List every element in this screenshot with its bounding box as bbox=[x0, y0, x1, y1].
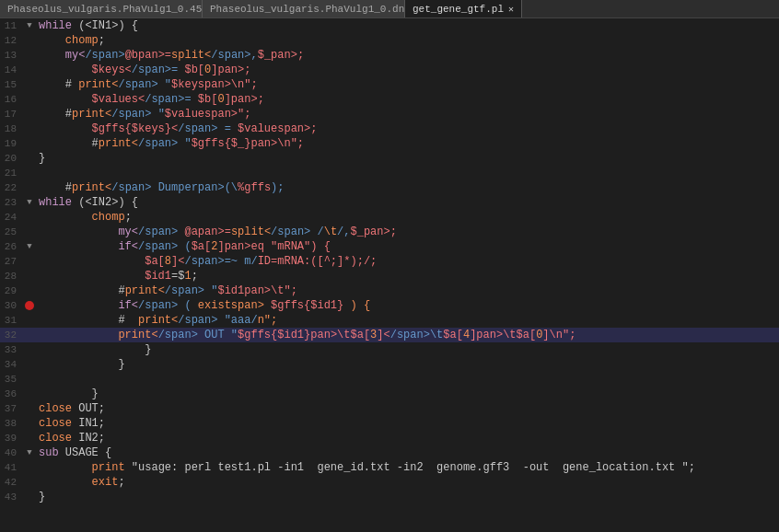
line-number: 13 bbox=[0, 48, 22, 63]
code-text: exit; bbox=[37, 475, 779, 490]
code-text: while (<IN2>) { bbox=[37, 195, 779, 210]
gutter-icon bbox=[22, 387, 37, 401]
code-text: } bbox=[37, 342, 779, 357]
gutter-icon[interactable]: ▼ bbox=[22, 18, 37, 33]
gutter-icon bbox=[22, 166, 37, 180]
table-row: 42 exit; bbox=[0, 475, 779, 490]
line-number: 37 bbox=[0, 401, 22, 416]
table-row: 32 print</span> OUT "$gffs{$id1}pan>\t$a… bbox=[0, 328, 779, 342]
code-text bbox=[37, 166, 779, 180]
code-text: $values</span>= $b[0]pan>; bbox=[37, 92, 779, 107]
table-row: 21 bbox=[0, 166, 779, 180]
tab-2[interactable]: Phaseolus_vulgaris.PhaVulg1_0.dna_toplev… bbox=[203, 0, 405, 17]
table-row: 39 close IN2; bbox=[0, 431, 779, 445]
fold-arrow-icon[interactable]: ▼ bbox=[27, 195, 31, 210]
line-number: 33 bbox=[0, 342, 22, 357]
table-row: 24 chomp; bbox=[0, 210, 779, 225]
code-text: } bbox=[37, 387, 779, 401]
gutter-icon bbox=[22, 254, 37, 269]
gutter-icon[interactable]: ▼ bbox=[22, 239, 37, 254]
code-text: #print</span> Dumperpan>(\%gffs); bbox=[37, 180, 779, 195]
gutter-icon bbox=[22, 92, 37, 107]
code-text: $a[8]</span>=~ m/ID=mRNA:([^;]*);/; bbox=[37, 254, 779, 269]
table-row: 35 bbox=[0, 372, 779, 387]
table-row: 26▼ if</span> ($a[2]pan>eq "mRNA") { bbox=[0, 239, 779, 254]
tab-2-label: Phaseolus_vulgaris.PhaVulg1_0.dna_toplev… bbox=[210, 4, 405, 15]
gutter-icon bbox=[22, 431, 37, 445]
code-scroll-area[interactable]: 11▼while (<IN1>) {12 chomp;13 my</span>@… bbox=[0, 18, 779, 532]
gutter-icon bbox=[22, 342, 37, 357]
table-row: 25 my</span> @apan>=split</span> /\t/,$_… bbox=[0, 225, 779, 239]
code-text: } bbox=[37, 357, 779, 372]
line-number: 14 bbox=[0, 63, 22, 77]
line-number: 11 bbox=[0, 18, 22, 33]
line-number: 26 bbox=[0, 239, 22, 254]
gutter-icon bbox=[22, 460, 37, 475]
gutter-icon bbox=[22, 416, 37, 431]
line-number: 39 bbox=[0, 431, 22, 445]
breakpoint-icon[interactable] bbox=[25, 301, 34, 310]
gutter-icon bbox=[22, 372, 37, 387]
gutter-icon bbox=[22, 357, 37, 372]
code-text: chomp; bbox=[37, 33, 779, 48]
line-number: 24 bbox=[0, 210, 22, 225]
line-number: 40 bbox=[0, 445, 22, 460]
gutter-icon bbox=[22, 283, 37, 298]
table-row: 29 #print</span> "$id1pan>\t"; bbox=[0, 283, 779, 298]
code-text: chomp; bbox=[37, 210, 779, 225]
code-text: my</span> @apan>=split</span> /\t/,$_pan… bbox=[37, 225, 779, 239]
line-number: 19 bbox=[0, 136, 22, 151]
line-number: 22 bbox=[0, 180, 22, 195]
table-row: 34 } bbox=[0, 357, 779, 372]
code-text: #print</span> "$id1pan>\t"; bbox=[37, 283, 779, 298]
gutter-icon bbox=[22, 475, 37, 490]
line-number: 12 bbox=[0, 33, 22, 48]
tab-3-close[interactable]: ✕ bbox=[508, 4, 514, 15]
table-row: 15 # print</span> "$keyspan>\n"; bbox=[0, 77, 779, 92]
gutter-icon bbox=[22, 490, 37, 504]
line-number: 16 bbox=[0, 92, 22, 107]
line-number: 23 bbox=[0, 195, 22, 210]
table-row: 22 #print</span> Dumperpan>(\%gffs); bbox=[0, 180, 779, 195]
code-text: sub USAGE { bbox=[37, 445, 779, 460]
table-row: 36 } bbox=[0, 387, 779, 401]
tab-1[interactable]: Phaseolus_vulgaris.PhaVulg1_0.45.gtf3d. … bbox=[0, 0, 203, 17]
tab-bar: Phaseolus_vulgaris.PhaVulg1_0.45.gtf3d. … bbox=[0, 0, 779, 18]
gutter-icon bbox=[22, 313, 37, 328]
table-row: 19 #print</span> "$gffs{$_}pan>\n"; bbox=[0, 136, 779, 151]
tab-3[interactable]: get_gene_gtf.pl ✕ bbox=[405, 0, 522, 17]
fold-arrow-icon[interactable]: ▼ bbox=[27, 445, 31, 460]
gutter-icon bbox=[22, 33, 37, 48]
table-row: 31 # print</span> "aaa/n"; bbox=[0, 313, 779, 328]
tab-1-label: Phaseolus_vulgaris.PhaVulg1_0.45.gtf3d. bbox=[7, 4, 203, 15]
line-number: 21 bbox=[0, 166, 22, 180]
line-number: 36 bbox=[0, 387, 22, 401]
table-row: 20 } bbox=[0, 151, 779, 166]
gutter-icon bbox=[22, 121, 37, 136]
gutter-icon[interactable] bbox=[22, 298, 37, 313]
code-text: #print</span> "$gffs{$_}pan>\n"; bbox=[37, 136, 779, 151]
gutter-icon bbox=[22, 269, 37, 283]
line-number: 15 bbox=[0, 77, 22, 92]
table-row: 37 close OUT; bbox=[0, 401, 779, 416]
line-number: 42 bbox=[0, 475, 22, 490]
table-row: 23▼while (<IN2>) { bbox=[0, 195, 779, 210]
line-number: 28 bbox=[0, 269, 22, 283]
fold-arrow-icon[interactable]: ▼ bbox=[27, 239, 31, 254]
table-row: 33 } bbox=[0, 342, 779, 357]
gutter-icon bbox=[22, 63, 37, 77]
line-number: 43 bbox=[0, 490, 22, 504]
line-number: 27 bbox=[0, 254, 22, 269]
table-row: 41 print "usage: perl test1.pl -in1 gene… bbox=[0, 460, 779, 475]
code-text: $id1=$1; bbox=[37, 269, 779, 283]
fold-arrow-icon[interactable]: ▼ bbox=[27, 18, 31, 33]
line-number: 41 bbox=[0, 460, 22, 475]
code-text: if</span> ($a[2]pan>eq "mRNA") { bbox=[37, 239, 779, 254]
gutter-icon[interactable]: ▼ bbox=[22, 195, 37, 210]
code-text: close IN2; bbox=[37, 431, 779, 445]
code-text: # print</span> "aaa/n"; bbox=[37, 313, 779, 328]
code-text: while (<IN1>) { bbox=[37, 18, 779, 33]
line-number: 18 bbox=[0, 121, 22, 136]
gutter-icon[interactable]: ▼ bbox=[22, 445, 37, 460]
table-row: 13 my</span>@bpan>=split</span>,$_pan>; bbox=[0, 48, 779, 63]
